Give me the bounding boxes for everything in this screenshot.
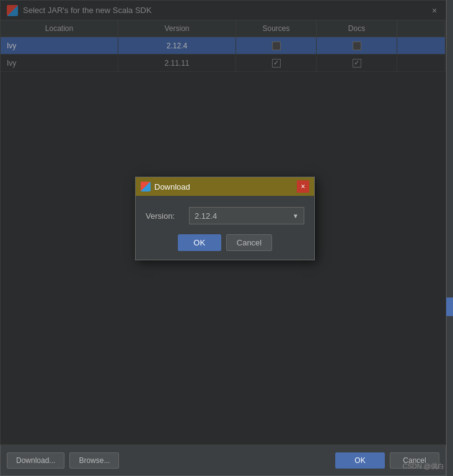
download-button[interactable]: Download... — [7, 452, 64, 469]
dialog-cancel-button[interactable]: Cancel — [226, 234, 272, 251]
version-value: 2.12.4 — [195, 211, 217, 221]
dialog-title-left: Download — [141, 182, 190, 192]
dropdown-arrow-icon: ▼ — [292, 213, 299, 219]
dialog-app-icon — [141, 182, 151, 192]
dialog-title: Download — [154, 182, 190, 192]
side-panel — [446, 0, 453, 476]
dialog-title-bar: Download × — [136, 177, 314, 196]
version-select[interactable]: 2.12.4 ▼ — [189, 207, 304, 224]
browse-button[interactable]: Browse... — [69, 452, 119, 469]
dialog-ok-button[interactable]: OK — [178, 234, 221, 251]
download-dialog: Download × Version: 2.12.4 ▼ OK Cancel — [135, 177, 315, 260]
scrollbar[interactable] — [446, 298, 453, 316]
version-select-wrapper: 2.12.4 ▼ — [189, 207, 304, 224]
ok-button[interactable]: OK — [335, 452, 385, 469]
bottom-bar: Download... Browse... OK Cancel — [1, 444, 446, 475]
dialog-body: Version: 2.12.4 ▼ OK Cancel — [136, 196, 314, 260]
dialog-buttons: OK Cancel — [146, 234, 304, 251]
version-row: Version: 2.12.4 ▼ — [146, 207, 304, 224]
version-label: Version: — [146, 211, 183, 221]
dialog-close-button[interactable]: × — [297, 180, 309, 193]
csdn-badge: CSDN @偶白 — [403, 462, 444, 471]
